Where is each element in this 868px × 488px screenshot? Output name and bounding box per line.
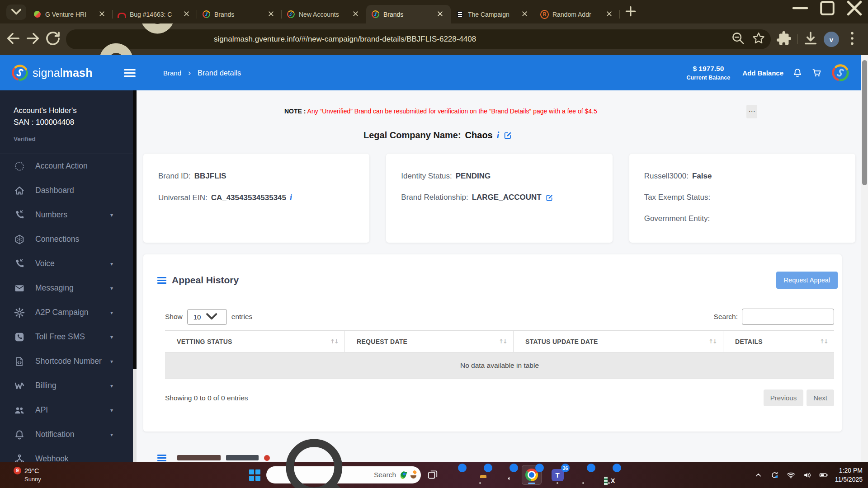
downloads-button[interactable] <box>801 30 820 49</box>
sidebar-scrollbar[interactable] <box>133 90 137 462</box>
sidebar-item-label: Billing <box>35 381 110 390</box>
table-column-header[interactable]: VETTING STATUS ↑↓ <box>165 331 345 352</box>
tab-search-button[interactable] <box>6 5 26 20</box>
sort-icon[interactable]: ↑↓ <box>494 338 507 345</box>
sidebar-item-label: Notification <box>35 430 110 439</box>
task-view-button[interactable] <box>427 469 439 481</box>
zoom-button[interactable] <box>731 32 746 47</box>
browser-tab[interactable]: Brands <box>197 5 282 23</box>
cart-icon[interactable] <box>811 67 822 78</box>
sort-icon[interactable]: ↑↓ <box>704 338 717 345</box>
sidebar-item-api[interactable]: API ▾ <box>0 398 133 422</box>
browser-tab[interactable]: Bug #14663: C <box>113 5 197 23</box>
tab-close-button[interactable] <box>605 10 613 19</box>
sidebar-item-messaging[interactable]: Messaging ▾ <box>0 276 133 300</box>
tab-title: Brands <box>383 11 432 18</box>
signalmash-logo-icon[interactable] <box>11 64 29 82</box>
hamburger-menu-icon[interactable] <box>124 69 136 77</box>
tab-close-button[interactable] <box>98 10 106 19</box>
taskbar-clock[interactable]: 1:20 PM 11/5/2025 <box>835 466 863 484</box>
legal-company-value: Chaos <box>465 130 493 141</box>
tab-close-button[interactable] <box>520 10 529 19</box>
profile-avatar[interactable]: v <box>824 32 839 47</box>
add-balance-button[interactable]: Add Balance <box>742 69 783 77</box>
weather-temp: 29°C <box>24 466 41 475</box>
taskbar-app-copilot[interactable] <box>444 465 464 485</box>
window-close-button[interactable] <box>841 0 868 18</box>
sidebar-item-shortcode-number[interactable]: Shortcode Number ▾ <box>0 349 133 374</box>
sidebar-item-billing[interactable]: Billing ▾ <box>0 374 133 398</box>
table-column-header[interactable]: REQUEST DATE ↑↓ <box>345 331 514 352</box>
sort-icon[interactable]: ↑↓ <box>815 338 828 345</box>
wifi-icon[interactable] <box>786 470 796 480</box>
edit-company-name-icon[interactable] <box>503 131 513 140</box>
tray-chevron-up-icon[interactable] <box>754 470 763 480</box>
sidebar-item-a2p-campaign[interactable]: A2P Campaign ▾ <box>0 300 133 325</box>
request-appeal-button[interactable]: Request Appeal <box>776 272 838 289</box>
new-tab-button[interactable] <box>623 4 639 20</box>
url-text[interactable]: signalmash.gventure.info/#/new-campaign/… <box>214 35 726 44</box>
tab-close-button[interactable] <box>436 10 444 19</box>
browser-tab[interactable]: The Campaign <box>451 5 535 23</box>
extensions-button[interactable] <box>774 30 793 49</box>
sidebar-scrollbar-thumb[interactable] <box>133 90 137 369</box>
tab-close-button[interactable] <box>351 10 360 19</box>
forward-button[interactable] <box>24 30 42 49</box>
taskbar-app-notepad[interactable] <box>573 465 593 485</box>
ein-info-icon[interactable] <box>290 193 292 202</box>
sidebar-item-connections[interactable]: Connections <box>0 227 133 252</box>
more-options-button[interactable] <box>746 105 757 118</box>
browser-menu-button[interactable] <box>843 30 862 49</box>
appeal-table: VETTING STATUS ↑↓ REQUEST DATE ↑↓ STATUS… <box>165 330 834 379</box>
sidebar-item-webhook[interactable]: Webhook <box>0 447 133 462</box>
taskbar-app-chrome[interactable] <box>522 465 542 485</box>
sort-icon[interactable]: ↑↓ <box>326 338 338 345</box>
table-column-header[interactable]: DETAILS ↑↓ <box>723 331 834 352</box>
page-scrollbar[interactable] <box>861 55 868 462</box>
bookmark-button[interactable] <box>751 32 766 47</box>
taskbar-weather-widget[interactable]: 9 29°C Sunny <box>5 466 41 483</box>
sidebar-item-icon <box>14 307 25 319</box>
volume-icon[interactable] <box>802 470 812 480</box>
breadcrumb-brand[interactable]: Brand <box>163 69 181 77</box>
address-bar[interactable]: signalmash.gventure.info/#/new-campaign/… <box>66 29 771 49</box>
window-maximize-button[interactable] <box>814 0 841 18</box>
tab-title: Brands <box>214 11 263 18</box>
page-scrollbar-thumb[interactable] <box>862 60 867 185</box>
start-button[interactable] <box>249 469 260 481</box>
back-button[interactable] <box>4 30 23 49</box>
info-icon[interactable] <box>497 130 500 141</box>
taskbar-app-thunderbird[interactable] <box>496 465 516 485</box>
sidebar-item-notification[interactable]: Notification ▾ <box>0 422 133 447</box>
table-column-header[interactable]: STATUS UPDATE DATE ↑↓ <box>514 331 723 352</box>
entries-select[interactable]: 10 <box>187 309 227 325</box>
taskbar-app-excel[interactable] <box>599 465 619 485</box>
update-sync-icon[interactable] <box>770 470 779 480</box>
sidebar-item-account-action[interactable]: Account Action <box>0 154 133 178</box>
browser-tab[interactable]: New Accounts <box>282 5 366 23</box>
account-logo-icon[interactable] <box>831 63 850 82</box>
taskbar-search[interactable]: Search <box>266 466 421 483</box>
chevron-down-icon: ▾ <box>110 358 113 365</box>
reload-button[interactable] <box>43 30 62 49</box>
window-minimize-button[interactable] <box>787 0 814 18</box>
table-search-input[interactable] <box>742 309 834 325</box>
sidebar-item-dashboard[interactable]: Dashboard <box>0 178 133 203</box>
tab-favicon <box>33 10 42 19</box>
browser-tab[interactable]: Random Addr <box>535 5 620 23</box>
taskbar-app-teams[interactable]: 36 <box>547 465 567 485</box>
previous-page-button[interactable]: Previous <box>764 389 803 406</box>
sun-icon: 9 <box>5 468 20 482</box>
taskbar-app-explorer[interactable] <box>470 465 490 485</box>
tab-close-button[interactable] <box>267 10 275 19</box>
edit-relationship-icon[interactable] <box>545 193 554 202</box>
browser-tab[interactable]: Brands <box>366 5 451 23</box>
notifications-bell-icon[interactable] <box>792 67 803 78</box>
sidebar-item-voice[interactable]: Voice ▾ <box>0 252 133 276</box>
browser-tab[interactable]: G Venture HRI <box>28 5 113 23</box>
next-page-button[interactable]: Next <box>807 389 834 406</box>
tab-close-button[interactable] <box>182 10 191 19</box>
battery-icon[interactable] <box>819 470 828 480</box>
sidebar-item-toll-free-sms[interactable]: Toll Free SMS ▾ <box>0 325 133 349</box>
sidebar-item-numbers[interactable]: Numbers ▾ <box>0 203 133 227</box>
